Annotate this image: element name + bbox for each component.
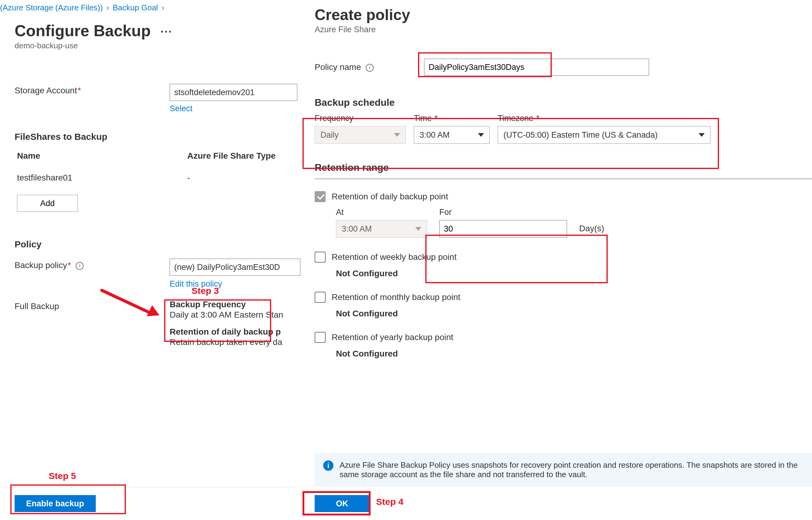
full-backup-label: Full Backup <box>15 300 170 311</box>
storage-account-input[interactable] <box>170 84 297 101</box>
retention-weekly-label: Retention of weekly backup point <box>332 252 457 262</box>
chevron-down-icon <box>415 227 421 231</box>
info-icon[interactable]: i <box>366 64 374 72</box>
retention-yearly-label: Retention of yearly backup point <box>332 333 453 342</box>
column-name: Name <box>17 151 187 161</box>
create-policy-title: Create policy <box>315 6 812 24</box>
for-unit: Day(s) <box>579 224 604 238</box>
storage-account-label: Storage Account* <box>15 84 170 96</box>
policy-name-input[interactable] <box>424 59 649 76</box>
backup-policy-label: Backup policy* i <box>15 259 170 270</box>
annotation-step5: Step 5 <box>49 471 76 481</box>
chevron-right-icon: › <box>106 3 109 12</box>
chevron-down-icon <box>478 133 484 137</box>
timezone-dropdown[interactable]: (UTC-05:00) Eastern Time (US & Canada) <box>498 126 710 144</box>
retention-monthly-checkbox[interactable] <box>315 292 326 303</box>
divider <box>315 179 812 179</box>
retention-yearly-checkbox[interactable] <box>315 332 326 343</box>
chevron-down-icon <box>699 133 705 137</box>
chevron-right-icon: › <box>162 3 164 12</box>
select-storage-link[interactable]: Select <box>170 104 297 113</box>
table-row: testfileshare01 - <box>17 173 290 183</box>
fileshares-heading: FileShares to Backup <box>15 132 303 142</box>
retention-daily-checkbox <box>315 191 326 202</box>
retention-weekly-checkbox[interactable] <box>315 252 326 263</box>
timezone-label: Timezone * <box>498 114 710 123</box>
page-subtitle: demo-backup-use <box>15 41 303 50</box>
time-dropdown[interactable]: 3:00 AM <box>414 126 490 144</box>
weekly-not-configured: Not Configured <box>336 269 812 278</box>
create-policy-subtitle: Azure File Share <box>315 25 812 34</box>
add-button[interactable]: Add <box>17 195 78 212</box>
info-bar-text: Azure File Share Backup Policy uses snap… <box>339 461 804 479</box>
breadcrumb-item-goal[interactable]: Backup Goal <box>113 3 158 12</box>
at-dropdown: 3:00 AM <box>336 220 427 238</box>
cell-name: testfileshare01 <box>17 173 187 183</box>
at-label: At <box>336 208 427 217</box>
ok-button[interactable]: OK <box>315 495 370 512</box>
column-type: Azure File Share Type <box>187 151 275 161</box>
edit-policy-link[interactable]: Edit this policy <box>170 279 300 289</box>
retention-range-heading: Retention range <box>315 162 812 173</box>
page-title: Configure Backup ··· <box>15 22 303 40</box>
retention-daily-label: Retention of daily backup point <box>332 192 448 202</box>
for-label: For <box>439 208 567 217</box>
backup-frequency-text: Daily at 3:00 AM Eastern Stan <box>170 310 283 320</box>
policy-heading: Policy <box>15 239 303 250</box>
retention-monthly-label: Retention of monthly backup point <box>332 292 460 302</box>
time-label: Time * <box>414 114 490 123</box>
retention-text: Retain backup taken every da <box>170 337 283 347</box>
policy-name-label: Policy name i <box>315 62 424 72</box>
frequency-label: Frequency <box>315 114 406 123</box>
info-icon[interactable]: i <box>76 262 84 270</box>
enable-backup-button[interactable]: Enable backup <box>15 495 96 512</box>
backup-frequency-heading: Backup Frequency <box>170 300 283 309</box>
retention-heading: Retention of daily backup p <box>170 327 283 337</box>
for-days-input[interactable] <box>439 220 567 238</box>
backup-policy-select[interactable]: (new) DailyPolicy3amEst30D <box>170 259 300 276</box>
backup-schedule-heading: Backup schedule <box>315 97 812 108</box>
yearly-not-configured: Not Configured <box>336 349 812 359</box>
breadcrumb: (Azure Storage (Azure Files)) › Backup G… <box>0 3 303 12</box>
breadcrumb-item-storage[interactable]: (Azure Storage (Azure Files)) <box>0 3 103 12</box>
frequency-dropdown: Daily <box>315 126 406 144</box>
info-bar: i Azure File Share Backup Policy uses sn… <box>315 453 812 487</box>
chevron-down-icon <box>394 133 400 137</box>
more-actions-button[interactable]: ··· <box>160 26 172 38</box>
table-header: Name Azure File Share Type <box>17 151 290 161</box>
cell-type: - <box>187 173 190 183</box>
info-icon: i <box>323 461 333 471</box>
monthly-not-configured: Not Configured <box>336 309 812 318</box>
